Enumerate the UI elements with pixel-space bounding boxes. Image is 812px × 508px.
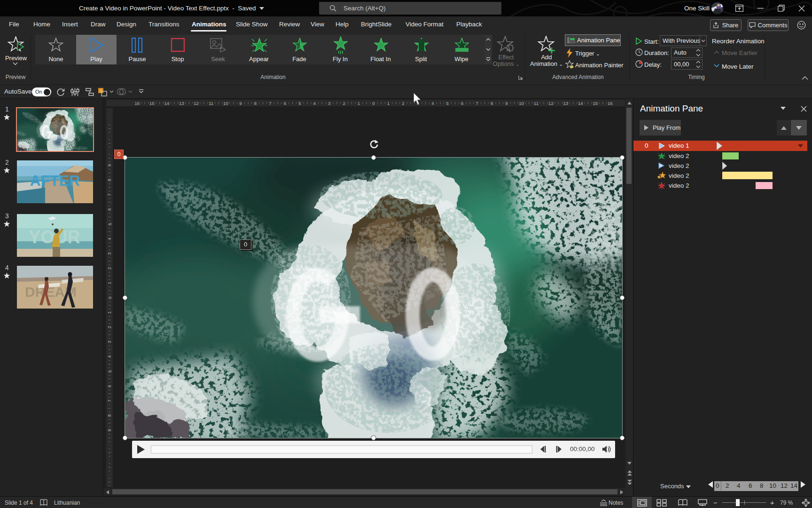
- svg-text:AFTER: AFTER: [30, 172, 80, 189]
- svg-text:6: 6: [461, 101, 463, 106]
- svg-text:6: 6: [107, 385, 112, 387]
- svg-text:4: 4: [431, 101, 434, 106]
- svg-text:10: 10: [223, 101, 228, 106]
- svg-text:0: 0: [372, 101, 375, 106]
- svg-text:3: 3: [328, 101, 330, 106]
- svg-text:3: 3: [107, 341, 112, 343]
- svg-text:4: 4: [107, 238, 112, 240]
- svg-text:8: 8: [107, 414, 112, 417]
- svg-text:1: 1: [107, 311, 112, 314]
- svg-text:8: 8: [254, 101, 257, 106]
- svg-text:7: 7: [107, 399, 112, 402]
- svg-text:7: 7: [269, 101, 271, 106]
- svg-text:1: 1: [387, 101, 390, 106]
- svg-text:5: 5: [107, 223, 112, 225]
- svg-text:1: 1: [107, 282, 112, 284]
- svg-text:12: 12: [548, 101, 554, 106]
- svg-text:2: 2: [107, 267, 112, 270]
- svg-text:5: 5: [298, 101, 301, 106]
- svg-text:12: 12: [194, 101, 199, 106]
- svg-text:16: 16: [608, 101, 613, 106]
- svg-text:5: 5: [107, 370, 112, 373]
- svg-text:0: 0: [107, 296, 112, 299]
- svg-text:15: 15: [149, 101, 155, 106]
- svg-text:4: 4: [313, 101, 316, 106]
- svg-text:11: 11: [209, 101, 213, 106]
- svg-text:10: 10: [519, 101, 524, 106]
- svg-text:9: 9: [505, 101, 508, 106]
- svg-text:7: 7: [107, 193, 112, 196]
- svg-text:5: 5: [446, 101, 449, 106]
- svg-text:11: 11: [534, 101, 539, 106]
- svg-text:7: 7: [476, 101, 478, 106]
- svg-text:3: 3: [107, 252, 112, 254]
- svg-text:4: 4: [107, 356, 112, 358]
- svg-text:8: 8: [491, 101, 493, 106]
- svg-text:13: 13: [179, 101, 184, 106]
- svg-text:13: 13: [563, 101, 569, 106]
- svg-text:2: 2: [107, 326, 112, 328]
- svg-text:15: 15: [593, 101, 598, 106]
- svg-text:9: 9: [239, 101, 242, 106]
- svg-text:6: 6: [107, 208, 112, 211]
- svg-text:8: 8: [107, 179, 112, 181]
- svg-text:14: 14: [164, 101, 169, 106]
- svg-text:14: 14: [578, 101, 583, 106]
- svg-text:2: 2: [402, 101, 404, 106]
- svg-text:16: 16: [135, 101, 140, 106]
- svg-text:2: 2: [343, 101, 345, 106]
- svg-text:9: 9: [107, 429, 112, 431]
- svg-text:9: 9: [107, 164, 112, 167]
- svg-text:1: 1: [358, 101, 360, 106]
- svg-text:6: 6: [284, 101, 286, 106]
